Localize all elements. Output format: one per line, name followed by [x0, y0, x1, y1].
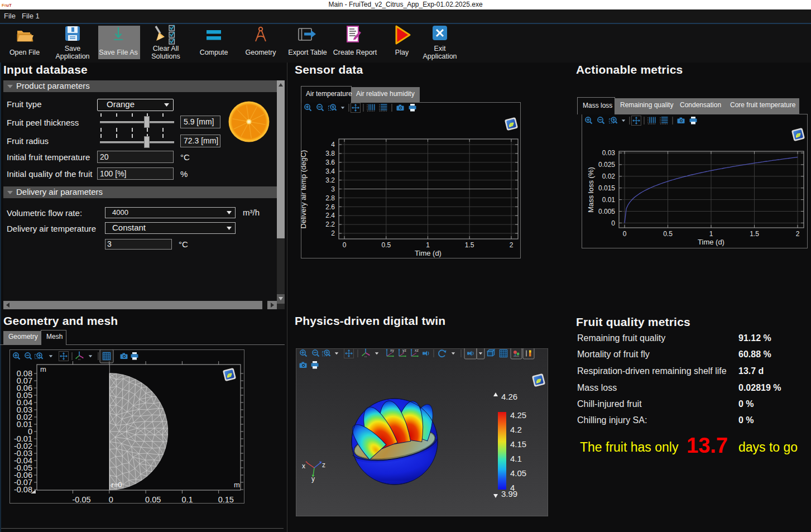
svg-text:0.1: 0.1 — [181, 495, 193, 504]
svg-text:0: 0 — [109, 495, 113, 504]
svg-text:Save File As: Save File As — [99, 49, 137, 56]
svg-text:1.5: 1.5 — [750, 230, 759, 238]
svg-text:Application: Application — [423, 52, 457, 60]
svg-text:1: 1 — [426, 241, 430, 249]
svg-text:3.4: 3.4 — [325, 167, 335, 175]
svg-text:4.2: 4.2 — [510, 425, 522, 434]
svg-text:4: 4 — [331, 141, 335, 148]
svg-text:2.8: 2.8 — [325, 194, 335, 202]
svg-text:0.05: 0.05 — [145, 495, 161, 504]
svg-text:4.15: 4.15 — [510, 439, 526, 449]
svg-text:2.4: 2.4 — [325, 212, 335, 219]
svg-text:Geometry: Geometry — [246, 49, 277, 56]
svg-text:Application: Application — [55, 52, 89, 60]
svg-text:y: y — [311, 475, 315, 483]
svg-text:1: 1 — [709, 230, 713, 238]
svg-text:r=0: r=0 — [111, 481, 122, 489]
svg-text:Save: Save — [65, 45, 81, 52]
svg-text:0: 0 — [623, 230, 627, 238]
svg-text:-0.08: -0.08 — [14, 485, 32, 494]
svg-text:xy: xy — [390, 348, 395, 353]
svg-text:Compute: Compute — [200, 49, 228, 56]
svg-text:Solutions: Solutions — [151, 52, 180, 60]
svg-text:4.25: 4.25 — [510, 410, 526, 420]
svg-text:1.5: 1.5 — [465, 241, 474, 249]
svg-text:3.8: 3.8 — [325, 150, 335, 157]
svg-text:0.5: 0.5 — [381, 241, 391, 249]
svg-text:Mass loss (%): Mass loss (%) — [587, 167, 595, 213]
svg-text:2.6: 2.6 — [325, 203, 335, 211]
svg-text:m: m — [234, 481, 240, 489]
svg-text:m: m — [40, 365, 46, 373]
svg-text:0.03: 0.03 — [602, 149, 616, 157]
svg-text:0.01: 0.01 — [602, 196, 616, 204]
svg-text:Export Table: Export Table — [288, 49, 327, 56]
svg-text:Exit: Exit — [434, 45, 446, 52]
svg-text:2: 2 — [796, 230, 800, 238]
svg-text:Delivery air temp (degC): Delivery air temp (degC) — [301, 150, 308, 229]
svg-text:2: 2 — [510, 241, 514, 249]
svg-text:0.02: 0.02 — [602, 172, 616, 180]
svg-text:3.6: 3.6 — [325, 159, 335, 166]
svg-text:yz: yz — [402, 348, 407, 353]
svg-text:Create Report: Create Report — [333, 49, 377, 56]
svg-text:-0.05: -0.05 — [73, 495, 91, 504]
svg-text:4.26: 4.26 — [501, 392, 517, 401]
svg-text:0: 0 — [611, 219, 615, 227]
svg-text:xz: xz — [415, 348, 419, 352]
svg-text:2.2: 2.2 — [325, 221, 335, 228]
svg-text:Open File: Open File — [9, 49, 40, 56]
svg-text:Clear All: Clear All — [153, 45, 179, 52]
svg-text:4.05: 4.05 — [510, 468, 526, 478]
svg-text:0.5: 0.5 — [663, 230, 673, 238]
svg-text:0.005: 0.005 — [598, 208, 615, 215]
svg-text:Time (d): Time (d) — [698, 238, 724, 246]
svg-text:Time (d): Time (d) — [415, 249, 442, 257]
svg-text:0.15: 0.15 — [218, 495, 234, 504]
svg-text:3.2: 3.2 — [325, 176, 335, 184]
svg-text:Play: Play — [395, 49, 409, 56]
svg-text:z: z — [322, 461, 325, 469]
svg-text:0.025: 0.025 — [598, 161, 615, 169]
svg-text:x: x — [302, 462, 305, 470]
svg-text:2: 2 — [331, 229, 335, 237]
svg-text:3: 3 — [331, 185, 335, 193]
svg-text:3.99: 3.99 — [501, 489, 517, 499]
svg-text:4.1: 4.1 — [510, 454, 522, 463]
svg-text:0.015: 0.015 — [598, 184, 615, 192]
svg-text:0: 0 — [343, 241, 347, 249]
